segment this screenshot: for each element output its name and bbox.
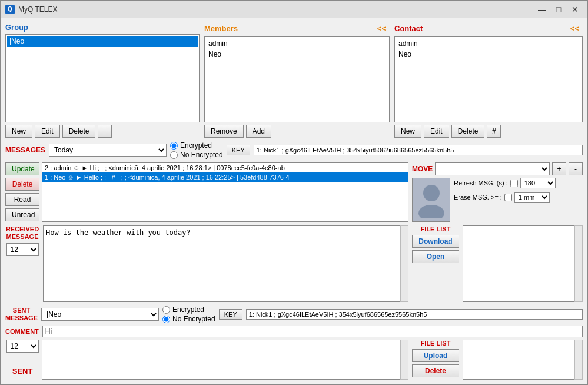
sent-key-button[interactable]: KEY [219,309,242,320]
received-num-select[interactable]: 12 [6,243,39,256]
messages-no-encrypted-option[interactable]: No Encrypted [170,151,223,159]
sent-file-list-left: FILE LIST Upload Delete [412,340,459,380]
sent-num-select[interactable]: 12 [6,340,39,353]
contact-hash-button[interactable]: # [487,125,501,138]
contact-arrow[interactable]: << [567,23,583,34]
move-minus-button[interactable]: - [569,162,583,175]
members-item-admin[interactable]: admin [206,38,388,49]
group-delete-button[interactable]: Delete [62,125,96,138]
sent-main-area: 12 SENT FILE LIST Upload Delete [5,340,583,380]
refresh-row: Refresh MSG. (s) : 180 [454,178,583,188]
maximize-button[interactable]: □ [551,4,566,15]
refresh-checkbox[interactable] [510,180,518,187]
messages-encrypted-label: Encrypted [180,141,212,150]
contact-delete-button[interactable]: Delete [451,125,485,138]
erase-row: Erase MSG. >= : 1 mm [454,192,583,203]
group-plus-button[interactable]: + [98,125,112,138]
move-plus-button[interactable]: + [552,162,566,175]
sent-file-scrollbar[interactable] [574,340,583,380]
move-select[interactable] [435,162,550,175]
contact-item-neo[interactable]: Neo [396,49,581,59]
received-file-panel: FILE LIST Download Open [412,225,583,302]
minimize-button[interactable]: — [534,4,550,15]
group-listbox[interactable]: |Neo [5,34,200,122]
messages-update-button[interactable]: Update [5,162,39,175]
received-left: RECEIVED MESSAGE 12 [5,225,39,302]
messages-no-encrypted-label: No Encrypted [180,151,223,159]
contact-listbox[interactable]: admin Neo [394,36,583,122]
received-textarea[interactable] [43,225,400,302]
members-listbox[interactable]: admin Neo [204,36,390,122]
messages-header-row: MESSAGES Today Encrypted No Encrypted KE… [5,141,583,159]
sent-file-listbox[interactable] [463,340,574,380]
sent-label-big: SENT [12,367,33,376]
sent-no-encrypted-label: No Encrypted [172,315,215,323]
group-edit-button[interactable]: Edit [35,125,60,138]
received-file-scrollbar[interactable] [574,225,583,302]
file-list-left: FILE LIST Download Open [412,225,459,302]
messages-key-button[interactable]: KEY [227,145,250,155]
members-remove-button[interactable]: Remove [204,125,244,138]
erase-select[interactable]: 1 mm [514,192,550,203]
upload-button[interactable]: Upload [412,349,459,362]
group-item[interactable]: |Neo [7,36,198,47]
close-button[interactable]: ✕ [567,4,583,15]
sent-no-encrypted-option[interactable]: No Encrypted [162,315,215,323]
received-scrollbar[interactable] [400,225,408,302]
sent-encryption-text: 1: Nick1 ; gXgc46ILEtAeV5IH ; 354x5iyuf6… [246,309,583,320]
refresh-select[interactable]: 180 [520,178,556,188]
sent-scrollbar[interactable] [400,340,408,380]
messages-read-button[interactable]: Read [5,193,39,206]
members-add-button[interactable]: Add [246,125,271,138]
sent-name-select[interactable]: |Neo [41,308,159,321]
sent-encryption-radio: Encrypted No Encrypted [162,306,215,323]
messages-unread-button[interactable]: Unread [5,208,39,221]
message-item-2[interactable]: 2 : admin ☺ ► Hi ; ; ; <duminică, 4 apri… [42,163,408,172]
members-buttons: Remove Add [204,125,390,138]
contact-edit-button[interactable]: Edit [424,125,449,138]
avatar-refresh-row: Refresh MSG. (s) : 180 Erase MSG. >= : 1… [412,178,583,222]
download-button[interactable]: Download [412,235,459,248]
group-new-button[interactable]: New [5,125,32,138]
group-panel: Group |Neo New Edit Delete + [5,23,200,138]
sent-header: SENT MESSAGE |Neo Encrypted No Encrypted… [5,306,583,323]
message-item-1[interactable]: 1 : Neo ☺ ► Hello ; ; - # - ; ; <duminic… [42,172,408,182]
contact-new-button[interactable]: New [394,125,421,138]
svg-point-1 [418,205,444,218]
contact-item-admin[interactable]: admin [396,38,581,49]
members-item-neo[interactable]: Neo [206,49,388,59]
sent-delete-button[interactable]: Delete [412,364,459,377]
contact-buttons: New Edit Delete # [394,125,583,138]
svg-point-0 [423,185,440,201]
messages-delete-button[interactable]: Delete [5,178,39,191]
main-content: Group |Neo New Edit Delete + Members << [1,18,587,384]
received-file-list-label: FILE LIST [412,225,459,233]
main-window: Q MyQ TELEX — □ ✕ Group |Neo New Edit De… [0,0,588,385]
sent-encrypted-option[interactable]: Encrypted [162,306,215,314]
members-arrow[interactable]: << [374,23,390,34]
erase-label: Erase MSG. >= : [454,194,502,201]
sent-message-label: SENT MESSAGE [5,307,38,322]
messages-encryption-text: 1: Nick1 ; gXgc46ILEtAeV5IH ; 354x5iyuf5… [254,145,583,155]
messages-list-wrapper: 2 : admin ☺ ► Hi ; ; ; <duminică, 4 apri… [42,162,408,222]
messages-list-section: Update Delete Read Unread 2 : admin ☺ ► … [5,162,408,222]
file-list-box-wrapper [463,225,583,302]
messages-date-select[interactable]: Today [49,144,167,157]
members-panel: Members << admin Neo Remove Add [204,23,390,138]
received-file-listbox[interactable] [463,225,574,302]
members-title: Members [204,24,238,33]
app-icon: Q [5,5,15,14]
comment-label: COMMENT [5,328,39,335]
move-label: MOVE [412,165,433,173]
comment-input[interactable] [42,326,583,337]
erase-checkbox[interactable] [504,194,512,201]
open-button[interactable]: Open [412,250,459,263]
messages-list[interactable]: 2 : admin ☺ ► Hi ; ; ; <duminică, 4 apri… [42,162,408,222]
received-text-wrapper [43,225,408,302]
refresh-erase-panel: Refresh MSG. (s) : 180 Erase MSG. >= : 1… [454,178,583,222]
sent-textarea[interactable] [42,340,400,380]
messages-encrypted-option[interactable]: Encrypted [170,141,223,150]
sent-textarea-wrapper [42,340,408,380]
received-section: RECEIVED MESSAGE 12 FILE LIST Download O… [5,225,583,302]
sent-section: SENT MESSAGE |Neo Encrypted No Encrypted… [5,306,583,380]
